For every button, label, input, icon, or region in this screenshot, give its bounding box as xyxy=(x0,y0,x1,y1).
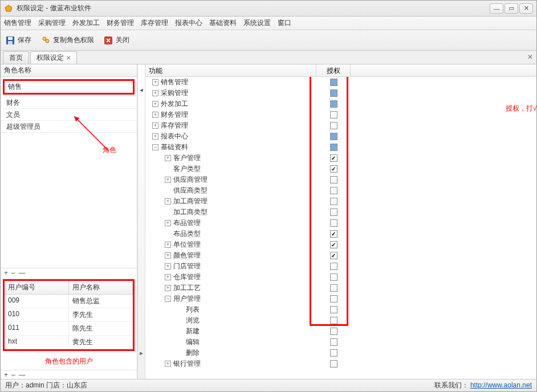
auth-checkbox[interactable] xyxy=(330,317,337,324)
splitter-left-icon[interactable]: ◄ xyxy=(139,87,144,93)
tree-row[interactable]: −用户管理 xyxy=(145,293,536,304)
tree-row[interactable]: +加工商管理 xyxy=(145,196,536,207)
auth-checkbox[interactable] xyxy=(330,349,337,357)
expand-icon[interactable]: + xyxy=(152,79,158,85)
tree-row[interactable]: +仓库管理 xyxy=(145,272,536,283)
expand-icon[interactable]: + xyxy=(165,263,171,270)
expand-icon[interactable]: + xyxy=(165,177,171,183)
expand-icon[interactable]: + xyxy=(165,274,171,280)
menu-sales[interactable]: 销售管理 xyxy=(4,18,31,28)
auth-checkbox[interactable] xyxy=(330,219,337,227)
collapse-icon[interactable]: − xyxy=(152,144,158,150)
menu-inventory[interactable]: 库存管理 xyxy=(141,18,168,28)
user-row[interactable]: 010李先生 xyxy=(5,308,133,322)
add-role-button[interactable]: + xyxy=(4,269,8,277)
tree-row[interactable]: +颜色管理 xyxy=(145,250,536,261)
maximize-button[interactable]: ▭ xyxy=(505,3,518,14)
auth-checkbox[interactable] xyxy=(330,306,337,313)
expand-icon[interactable]: + xyxy=(152,133,158,140)
tree-row[interactable]: 加工商类型 xyxy=(145,207,536,218)
auth-checkbox[interactable] xyxy=(330,111,337,119)
tree-row[interactable]: +银行管理 xyxy=(145,358,536,369)
expand-icon[interactable]: + xyxy=(152,90,158,96)
auth-checkbox[interactable] xyxy=(330,176,337,183)
tree-row[interactable]: +布品管理 xyxy=(145,218,536,228)
auth-checkbox[interactable] xyxy=(330,100,337,108)
tree-row[interactable]: 编辑 xyxy=(145,337,536,348)
tree-row[interactable]: 浏览 xyxy=(145,315,536,326)
auth-checkbox[interactable] xyxy=(330,241,337,248)
auth-checkbox[interactable] xyxy=(330,79,337,86)
tree-row[interactable]: 供应商类型 xyxy=(145,185,536,196)
auth-checkbox[interactable] xyxy=(330,133,337,140)
tree-row[interactable]: 客户类型 xyxy=(145,164,536,174)
auth-checkbox[interactable] xyxy=(330,273,337,281)
tree-row[interactable]: +财务管理 xyxy=(145,109,536,120)
close-window-button[interactable]: ✕ xyxy=(519,3,533,14)
tree-row[interactable]: +采购管理 xyxy=(145,88,536,99)
tree-row[interactable]: +门店管理 xyxy=(145,261,536,272)
menu-basedata[interactable]: 基础资料 xyxy=(209,18,237,28)
expand-icon[interactable]: + xyxy=(165,155,171,161)
tree-row[interactable]: 删除 xyxy=(145,348,536,358)
auth-checkbox[interactable] xyxy=(330,263,337,270)
expand-icon[interactable]: + xyxy=(165,361,171,367)
close-button[interactable]: 关闭 xyxy=(103,35,129,46)
menu-reports[interactable]: 报表中心 xyxy=(175,18,202,28)
menu-window[interactable]: 窗口 xyxy=(278,18,291,28)
user-row[interactable]: hxt黄先生 xyxy=(5,336,133,349)
auth-checkbox[interactable] xyxy=(330,295,337,303)
tab-close-icon[interactable]: ✕ xyxy=(66,55,71,61)
auth-checkbox[interactable] xyxy=(330,122,337,129)
splitter[interactable]: ◄ ► xyxy=(137,64,145,379)
role-item-sales[interactable]: 销售 xyxy=(5,81,133,93)
expand-icon[interactable]: + xyxy=(165,285,171,291)
menu-purchase[interactable]: 采购管理 xyxy=(38,18,66,28)
add-user-button[interactable]: + xyxy=(4,371,8,379)
tree-row[interactable]: +报表中心 xyxy=(145,131,536,142)
tree-row[interactable]: +加工工艺 xyxy=(145,283,536,293)
tab-home[interactable]: 首页 xyxy=(3,51,29,64)
auth-checkbox[interactable] xyxy=(330,154,337,162)
auth-checkbox[interactable] xyxy=(330,89,337,97)
auth-checkbox[interactable] xyxy=(330,198,337,205)
remove-user-button[interactable]: – xyxy=(11,371,15,379)
menu-finance[interactable]: 财务管理 xyxy=(107,18,134,28)
auth-checkbox[interactable] xyxy=(330,338,337,346)
auth-checkbox[interactable] xyxy=(330,252,337,259)
user-row[interactable]: 011陈先生 xyxy=(5,322,133,336)
tree-row[interactable]: 新建 xyxy=(145,326,536,337)
auth-checkbox[interactable] xyxy=(330,328,337,335)
expand-icon[interactable]: + xyxy=(152,112,158,118)
expand-icon[interactable]: + xyxy=(165,220,171,226)
auth-checkbox[interactable] xyxy=(330,165,337,173)
tree-row[interactable]: 布品类型 xyxy=(145,228,536,239)
tree-row[interactable]: +单位管理 xyxy=(145,239,536,250)
copy-role-button[interactable]: 复制角色权限 xyxy=(40,35,94,46)
tree-row[interactable]: +外发加工 xyxy=(145,99,536,109)
user-row[interactable]: 009销售总监 xyxy=(5,295,133,308)
tree-row[interactable]: −基础资料 xyxy=(145,142,536,153)
remove-role-button[interactable]: – xyxy=(11,269,15,277)
auth-checkbox[interactable] xyxy=(330,209,337,216)
collapse-icon[interactable]: − xyxy=(165,296,171,302)
expand-icon[interactable]: + xyxy=(152,122,158,129)
save-button[interactable]: 保存 xyxy=(5,35,31,46)
minimize-button[interactable]: — xyxy=(490,3,503,14)
tabs-close-all[interactable]: ✕ xyxy=(527,53,533,61)
tree-row[interactable]: 列表 xyxy=(145,304,536,315)
status-link[interactable]: http://www.aolan.net xyxy=(470,381,532,389)
auth-checkbox[interactable] xyxy=(330,284,337,292)
role-item-finance[interactable]: 财务 xyxy=(1,97,137,109)
tree-row[interactable]: +库存管理 xyxy=(145,120,536,131)
tab-permissions[interactable]: 权限设定 ✕ xyxy=(30,51,77,64)
auth-checkbox[interactable] xyxy=(330,144,337,151)
expand-icon[interactable]: + xyxy=(152,101,158,107)
tree-row[interactable]: +销售管理 xyxy=(145,77,536,88)
tree-row[interactable]: +客户管理 xyxy=(145,153,536,164)
expand-icon[interactable]: + xyxy=(165,198,171,205)
auth-checkbox[interactable] xyxy=(330,230,337,238)
tree-row[interactable]: +供应商管理 xyxy=(145,174,536,185)
auth-checkbox[interactable] xyxy=(330,360,337,368)
menu-outsource[interactable]: 外发加工 xyxy=(72,18,100,28)
